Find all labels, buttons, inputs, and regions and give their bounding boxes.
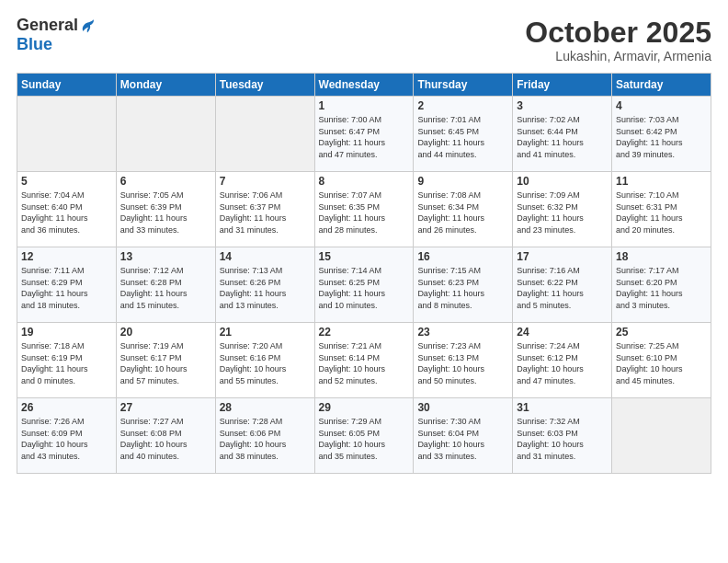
- day-number: 4: [616, 99, 707, 112]
- table-row: 18Sunrise: 7:17 AM Sunset: 6:20 PM Dayli…: [612, 247, 711, 323]
- table-row: 23Sunrise: 7:23 AM Sunset: 6:13 PM Dayli…: [414, 323, 513, 398]
- day-info: Sunrise: 7:08 AM Sunset: 6:34 PM Dayligh…: [417, 190, 508, 236]
- logo-blue: Blue: [17, 35, 52, 53]
- day-info: Sunrise: 7:01 AM Sunset: 6:45 PM Dayligh…: [417, 114, 508, 160]
- logo-bird-icon: [79, 17, 96, 34]
- table-row: 31Sunrise: 7:32 AM Sunset: 6:03 PM Dayli…: [513, 398, 612, 474]
- day-number: 17: [517, 250, 608, 263]
- day-number: 2: [417, 99, 508, 112]
- day-number: 18: [616, 250, 707, 263]
- calendar-header-row: Sunday Monday Tuesday Wednesday Thursday…: [17, 74, 711, 97]
- day-number: 7: [220, 175, 311, 188]
- day-info: Sunrise: 7:07 AM Sunset: 6:35 PM Dayligh…: [319, 190, 410, 236]
- table-row: 30Sunrise: 7:30 AM Sunset: 6:04 PM Dayli…: [414, 398, 513, 474]
- day-number: 10: [517, 175, 608, 188]
- logo-general: General: [17, 16, 78, 34]
- day-number: 25: [616, 326, 707, 339]
- day-info: Sunrise: 7:24 AM Sunset: 6:12 PM Dayligh…: [517, 340, 608, 386]
- table-row: 29Sunrise: 7:29 AM Sunset: 6:05 PM Dayli…: [314, 398, 414, 474]
- day-number: 14: [220, 250, 311, 263]
- day-info: Sunrise: 7:28 AM Sunset: 6:06 PM Dayligh…: [220, 416, 311, 462]
- day-number: 24: [517, 326, 608, 339]
- table-row: 13Sunrise: 7:12 AM Sunset: 6:28 PM Dayli…: [116, 247, 215, 323]
- day-number: 26: [21, 401, 112, 414]
- col-thursday: Thursday: [414, 74, 513, 97]
- day-number: 29: [319, 401, 410, 414]
- table-row: 16Sunrise: 7:15 AM Sunset: 6:23 PM Dayli…: [414, 247, 513, 323]
- day-info: Sunrise: 7:15 AM Sunset: 6:23 PM Dayligh…: [417, 265, 508, 311]
- table-row: 17Sunrise: 7:16 AM Sunset: 6:22 PM Dayli…: [513, 247, 612, 323]
- day-info: Sunrise: 7:11 AM Sunset: 6:29 PM Dayligh…: [21, 265, 112, 311]
- calendar-week-row: 1Sunrise: 7:00 AM Sunset: 6:47 PM Daylig…: [17, 97, 711, 172]
- day-info: Sunrise: 7:09 AM Sunset: 6:32 PM Dayligh…: [517, 190, 608, 236]
- day-info: Sunrise: 7:26 AM Sunset: 6:09 PM Dayligh…: [21, 416, 112, 462]
- col-tuesday: Tuesday: [215, 74, 314, 97]
- calendar-week-row: 26Sunrise: 7:26 AM Sunset: 6:09 PM Dayli…: [17, 398, 711, 474]
- table-row: 20Sunrise: 7:19 AM Sunset: 6:17 PM Dayli…: [116, 323, 215, 398]
- table-row: 8Sunrise: 7:07 AM Sunset: 6:35 PM Daylig…: [314, 172, 414, 247]
- col-monday: Monday: [116, 74, 215, 97]
- day-info: Sunrise: 7:04 AM Sunset: 6:40 PM Dayligh…: [21, 190, 112, 236]
- day-number: 21: [220, 326, 311, 339]
- day-info: Sunrise: 7:02 AM Sunset: 6:44 PM Dayligh…: [517, 114, 608, 160]
- table-row: 1Sunrise: 7:00 AM Sunset: 6:47 PM Daylig…: [314, 97, 414, 172]
- day-info: Sunrise: 7:18 AM Sunset: 6:19 PM Dayligh…: [21, 340, 112, 386]
- day-number: 3: [517, 99, 608, 112]
- table-row: 11Sunrise: 7:10 AM Sunset: 6:31 PM Dayli…: [612, 172, 711, 247]
- day-info: Sunrise: 7:03 AM Sunset: 6:42 PM Dayligh…: [616, 114, 707, 160]
- day-info: Sunrise: 7:14 AM Sunset: 6:25 PM Dayligh…: [319, 265, 410, 311]
- table-row: 7Sunrise: 7:06 AM Sunset: 6:37 PM Daylig…: [215, 172, 314, 247]
- table-row: 5Sunrise: 7:04 AM Sunset: 6:40 PM Daylig…: [17, 172, 117, 247]
- day-info: Sunrise: 7:13 AM Sunset: 6:26 PM Dayligh…: [220, 265, 311, 311]
- table-row: 26Sunrise: 7:26 AM Sunset: 6:09 PM Dayli…: [17, 398, 117, 474]
- day-info: Sunrise: 7:21 AM Sunset: 6:14 PM Dayligh…: [319, 340, 410, 386]
- table-row: 25Sunrise: 7:25 AM Sunset: 6:10 PM Dayli…: [612, 323, 711, 398]
- day-number: 13: [120, 250, 211, 263]
- day-info: Sunrise: 7:10 AM Sunset: 6:31 PM Dayligh…: [616, 190, 707, 236]
- table-row: 3Sunrise: 7:02 AM Sunset: 6:44 PM Daylig…: [513, 97, 612, 172]
- table-row: 2Sunrise: 7:01 AM Sunset: 6:45 PM Daylig…: [414, 97, 513, 172]
- table-row: 27Sunrise: 7:27 AM Sunset: 6:08 PM Dayli…: [116, 398, 215, 474]
- day-info: Sunrise: 7:30 AM Sunset: 6:04 PM Dayligh…: [417, 416, 508, 462]
- table-row: 15Sunrise: 7:14 AM Sunset: 6:25 PM Dayli…: [314, 247, 414, 323]
- month-title: October 2025: [525, 17, 711, 49]
- col-sunday: Sunday: [17, 74, 117, 97]
- day-info: Sunrise: 7:17 AM Sunset: 6:20 PM Dayligh…: [616, 265, 707, 311]
- day-info: Sunrise: 7:27 AM Sunset: 6:08 PM Dayligh…: [120, 416, 211, 462]
- day-number: 31: [517, 401, 608, 414]
- calendar-table: Sunday Monday Tuesday Wednesday Thursday…: [17, 73, 711, 474]
- logo: General Blue: [17, 17, 96, 54]
- title-block: October 2025 Lukashin, Armavir, Armenia: [525, 17, 711, 63]
- day-info: Sunrise: 7:20 AM Sunset: 6:16 PM Dayligh…: [220, 340, 311, 386]
- day-number: 11: [616, 175, 707, 188]
- day-number: 23: [417, 326, 508, 339]
- day-number: 6: [120, 175, 211, 188]
- day-info: Sunrise: 7:25 AM Sunset: 6:10 PM Dayligh…: [616, 340, 707, 386]
- day-info: Sunrise: 7:12 AM Sunset: 6:28 PM Dayligh…: [120, 265, 211, 311]
- header: General Blue October 2025 Lukashin, Arma…: [17, 17, 711, 63]
- day-number: 30: [417, 401, 508, 414]
- day-number: 5: [21, 175, 112, 188]
- day-info: Sunrise: 7:06 AM Sunset: 6:37 PM Dayligh…: [220, 190, 311, 236]
- col-saturday: Saturday: [612, 74, 711, 97]
- day-number: 16: [417, 250, 508, 263]
- table-row: [116, 97, 215, 172]
- table-row: [17, 97, 117, 172]
- day-number: 8: [319, 175, 410, 188]
- day-number: 1: [319, 99, 410, 112]
- table-row: [612, 398, 711, 474]
- day-number: 12: [21, 250, 112, 263]
- table-row: 19Sunrise: 7:18 AM Sunset: 6:19 PM Dayli…: [17, 323, 117, 398]
- day-number: 27: [120, 401, 211, 414]
- col-friday: Friday: [513, 74, 612, 97]
- table-row: 10Sunrise: 7:09 AM Sunset: 6:32 PM Dayli…: [513, 172, 612, 247]
- table-row: 21Sunrise: 7:20 AM Sunset: 6:16 PM Dayli…: [215, 323, 314, 398]
- day-number: 20: [120, 326, 211, 339]
- day-info: Sunrise: 7:16 AM Sunset: 6:22 PM Dayligh…: [517, 265, 608, 311]
- day-info: Sunrise: 7:00 AM Sunset: 6:47 PM Dayligh…: [319, 114, 410, 160]
- day-number: 15: [319, 250, 410, 263]
- col-wednesday: Wednesday: [314, 74, 414, 97]
- day-info: Sunrise: 7:29 AM Sunset: 6:05 PM Dayligh…: [319, 416, 410, 462]
- calendar-week-row: 12Sunrise: 7:11 AM Sunset: 6:29 PM Dayli…: [17, 247, 711, 323]
- day-number: 9: [417, 175, 508, 188]
